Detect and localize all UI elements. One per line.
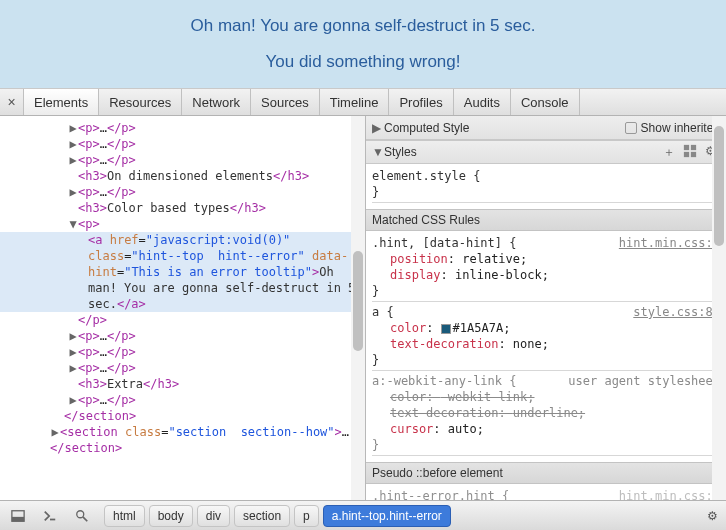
crumb-body[interactable]: body [149, 505, 193, 527]
svg-point-7 [77, 510, 84, 517]
page-banner: Oh man! You are gonna self-destruct in 5… [0, 0, 726, 88]
bottom-toolbar: html body div section p a.hint--top.hint… [0, 500, 726, 530]
rule-a-anylink[interactable]: a:-webkit-any-link {user agent styleshee… [372, 373, 720, 456]
new-style-rule-icon[interactable]: ＋ [663, 144, 675, 161]
rule-a[interactable]: a {style.css:89 color: #1A5A7A; text-dec… [372, 304, 720, 371]
ua-stylesheet-label: user agent stylesheet [568, 373, 720, 389]
dock-icon[interactable] [4, 505, 32, 527]
styles-label: Styles [384, 145, 417, 159]
link-style-css[interactable]: style.css:89 [633, 304, 720, 320]
dom-selected-node[interactable]: <a href="javascript:void(0)" class="hint… [0, 232, 365, 312]
styles-scrollbar[interactable] [712, 116, 726, 500]
dom-tree-panel[interactable]: ▶<p>…</p> ▶<p>…</p> ▶<p>…</p> <h3>On dim… [0, 116, 366, 500]
computed-style-label: Computed Style [384, 121, 469, 135]
h3-colortypes: Color based types [107, 201, 230, 215]
crumb-a[interactable]: a.hint--top.hint--error [323, 505, 451, 527]
breadcrumb: html body div section p a.hint--top.hint… [104, 505, 698, 527]
svg-rect-1 [691, 144, 696, 149]
inspect-icon[interactable] [68, 505, 96, 527]
styles-header[interactable]: ▼ Styles ＋ ⚙▾ [366, 140, 726, 164]
banner-line-1: Oh man! You are gonna self-destruct in 5… [191, 16, 536, 36]
computed-style-header[interactable]: ▶ Computed Style Show inherited [366, 116, 726, 140]
svg-line-8 [83, 516, 87, 520]
link-hint-min-css[interactable]: hint.min.css:5 [619, 235, 720, 251]
close-devtools-button[interactable]: × [0, 89, 24, 115]
tab-timeline[interactable]: Timeline [320, 89, 390, 115]
crumb-p[interactable]: p [294, 505, 319, 527]
crumb-html[interactable]: html [104, 505, 145, 527]
tab-audits[interactable]: Audits [454, 89, 511, 115]
show-inherited-label: Show inherited [641, 121, 720, 135]
h3-extra: Extra [107, 377, 143, 391]
styles-panel: ▶ Computed Style Show inherited ▼ Styles… [366, 116, 726, 500]
chevron-down-icon: ▼ [372, 145, 384, 159]
tab-resources[interactable]: Resources [99, 89, 182, 115]
pseudo-before-header: Pseudo ::before element [366, 462, 726, 484]
banner-line-2: You did something wrong! [265, 52, 460, 72]
crumb-div[interactable]: div [197, 505, 230, 527]
svg-rect-3 [691, 151, 696, 156]
console-drawer-icon[interactable] [36, 505, 64, 527]
tab-elements[interactable]: Elements [24, 89, 99, 115]
settings-gear-icon[interactable]: ⚙ [698, 509, 726, 523]
devtools-tab-strip: × Elements Resources Network Sources Tim… [0, 88, 726, 116]
h3-ondimensioned: On dimensioned elements [107, 169, 273, 183]
color-swatch[interactable] [441, 324, 451, 334]
svg-rect-5 [12, 516, 24, 520]
crumb-section[interactable]: section [234, 505, 290, 527]
tab-sources[interactable]: Sources [251, 89, 320, 115]
tab-console[interactable]: Console [511, 89, 580, 115]
tab-profiles[interactable]: Profiles [389, 89, 453, 115]
dom-scrollbar[interactable] [351, 116, 365, 500]
toggle-state-icon[interactable] [683, 144, 697, 161]
rule-element-style[interactable]: element.style { } [372, 168, 720, 203]
show-inherited-checkbox[interactable] [625, 122, 637, 134]
link-hint-min-css-2[interactable]: hint.min.css:5 [619, 488, 720, 500]
svg-rect-0 [684, 144, 689, 149]
matched-rules-header: Matched CSS Rules [366, 209, 726, 231]
chevron-right-icon: ▶ [372, 121, 384, 135]
tab-network[interactable]: Network [182, 89, 251, 115]
svg-rect-2 [684, 151, 689, 156]
rule-hint[interactable]: .hint, [data-hint] {hint.min.css:5 posit… [372, 235, 720, 302]
